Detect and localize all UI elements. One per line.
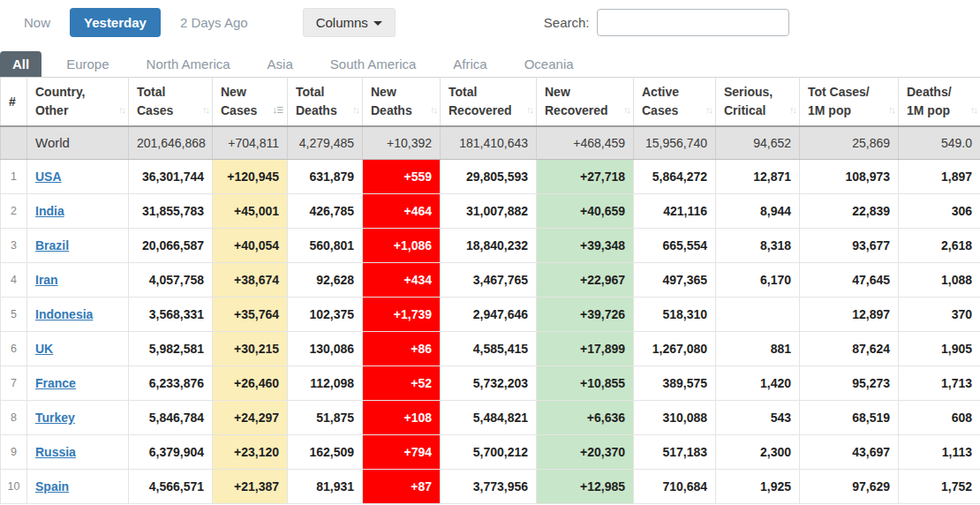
cell-cases_per_1m: 87,624 (800, 332, 899, 366)
table-row: 3Brazil20,066,587+40,054560,801+1,08618,… (1, 229, 980, 263)
cell-country: Iran (27, 263, 129, 298)
cell-active_cases: 497,365 (634, 263, 716, 298)
cell-rank: 1 (1, 160, 27, 194)
tab-north-america[interactable]: North America (134, 51, 243, 77)
cell-new_cases: +30,215 (213, 332, 288, 366)
cell-serious_critical: 12,871 (716, 160, 800, 194)
cell-total_deaths: 631,879 (288, 160, 363, 194)
column-header-active_cases[interactable]: ActiveCases↑↓ (634, 78, 716, 126)
cell-new_deaths: +1,086 (363, 229, 441, 263)
cell-new_cases: +21,387 (213, 470, 288, 504)
cell-cases_per_1m: 108,973 (800, 160, 899, 194)
cell-deaths_per_1m: 2,618 (899, 229, 980, 263)
country-link[interactable]: Iran (35, 273, 58, 287)
cell-cases_per_1m: 95,273 (800, 366, 899, 401)
cell-new_deaths: +434 (363, 263, 441, 298)
cell-new_cases: +120,945 (213, 160, 288, 194)
table-row: 5Indonesia3,568,331+35,764102,375+1,7392… (1, 298, 980, 332)
cell-total_recovered: 181,410,643 (441, 126, 537, 160)
caret-down-icon (373, 21, 382, 26)
country-link[interactable]: UK (35, 342, 53, 356)
cell-country: India (27, 194, 129, 229)
cell-serious_critical: 2,300 (716, 435, 800, 470)
cell-new_recovered: +39,726 (537, 298, 634, 332)
cell-active_cases: 517,183 (634, 435, 716, 470)
cell-rank (1, 126, 27, 160)
yesterday-button[interactable]: Yesterday (70, 8, 161, 37)
column-header-cases_per_1m[interactable]: Tot Cases/1M pop↑↓ (800, 78, 899, 126)
cell-country: Russia (27, 435, 129, 470)
cell-new_deaths: +86 (363, 332, 441, 366)
column-header-serious_critical[interactable]: Serious,Critical↑↓ (716, 78, 800, 126)
now-button[interactable]: Now (13, 9, 61, 36)
table-header: #Country,Other↑↓TotalCases↑↓NewCases↓☰To… (1, 78, 980, 126)
search-input[interactable] (597, 9, 789, 36)
country-link[interactable]: France (35, 376, 76, 390)
cell-cases_per_1m: 22,839 (800, 194, 899, 229)
sort-icon: ↑↓ (705, 103, 712, 117)
cell-deaths_per_1m: 608 (899, 401, 980, 435)
tab-europe[interactable]: Europe (54, 51, 121, 77)
cell-new_cases: +38,674 (213, 263, 288, 298)
table-row: 2India31,855,783+45,001426,785+46431,007… (1, 194, 980, 229)
country-link[interactable]: Spain (35, 479, 69, 494)
cell-total_cases: 6,233,876 (129, 366, 213, 401)
cell-new_deaths: +52 (363, 366, 441, 401)
cell-new_cases: +26,460 (213, 366, 288, 401)
cell-cases_per_1m: 47,645 (800, 263, 899, 298)
cell-new_deaths: +464 (363, 194, 441, 229)
tab-asia[interactable]: Asia (255, 51, 305, 77)
country-link[interactable]: Turkey (35, 411, 75, 425)
cell-deaths_per_1m: 1,088 (899, 263, 980, 298)
sort-icon: ↑↓ (526, 103, 532, 117)
cell-serious_critical (716, 298, 800, 332)
cell-serious_critical: 881 (716, 332, 800, 366)
column-header-deaths_per_1m[interactable]: Deaths/1M pop↑↓ (899, 78, 980, 126)
cell-serious_critical: 543 (716, 401, 800, 435)
cell-country: USA (27, 160, 129, 194)
column-header-country[interactable]: Country,Other↑↓ (27, 78, 129, 126)
sort-icon: ↑↓ (623, 103, 629, 117)
cell-country: Spain (27, 470, 129, 504)
cell-new_deaths: +794 (363, 435, 441, 470)
cell-active_cases: 1,267,080 (634, 332, 716, 366)
table-row: 4Iran4,057,758+38,67492,628+4343,467,765… (1, 263, 980, 298)
column-header-new_recovered[interactable]: NewRecovered↑↓ (537, 78, 634, 126)
cell-total_deaths: 51,875 (288, 401, 363, 435)
country-link[interactable]: Indonesia (35, 307, 93, 321)
tab-africa[interactable]: Africa (441, 51, 499, 77)
sort-icon: ↑↓ (430, 103, 436, 117)
column-header-total_deaths[interactable]: TotalDeaths↑↓ (288, 78, 363, 126)
cell-total_cases: 31,855,783 (129, 194, 213, 229)
sort-icon: ↑↓ (118, 103, 124, 117)
cell-cases_per_1m: 12,897 (800, 298, 899, 332)
country-link[interactable]: India (35, 204, 64, 218)
table-row: 9Russia6,379,904+23,120162,509+7945,700,… (1, 435, 980, 470)
country-link[interactable]: Russia (35, 445, 76, 459)
cell-cases_per_1m: 25,869 (800, 126, 899, 160)
cell-active_cases: 15,956,740 (634, 126, 716, 160)
cell-total_cases: 201,646,868 (129, 126, 213, 160)
cell-total_deaths: 426,785 (288, 194, 363, 229)
sort-icon: ↑↓ (202, 103, 208, 117)
columns-dropdown-button[interactable]: Columns (303, 8, 396, 37)
column-header-total_recovered[interactable]: TotalRecovered↑↓ (441, 78, 537, 126)
tab-all[interactable]: All (0, 51, 41, 77)
sort-icon: ↑↓ (789, 103, 795, 117)
cell-cases_per_1m: 43,697 (800, 435, 899, 470)
cell-serious_critical: 8,318 (716, 229, 800, 263)
two-days-ago-button[interactable]: 2 Days Ago (170, 9, 259, 36)
cell-deaths_per_1m: 306 (899, 194, 980, 229)
column-header-new_cases[interactable]: NewCases↓☰ (213, 78, 288, 126)
cell-new_recovered: +39,348 (537, 229, 634, 263)
tab-south-america[interactable]: South America (318, 51, 429, 77)
tab-oceania[interactable]: Oceania (512, 51, 586, 77)
column-header-total_cases[interactable]: TotalCases↑↓ (129, 78, 213, 126)
country-link[interactable]: USA (35, 170, 62, 184)
country-link[interactable]: Brazil (35, 238, 69, 253)
cell-new_recovered: +468,459 (537, 126, 634, 160)
table-row: 1USA36,301,744+120,945631,879+55929,805,… (1, 160, 980, 194)
sort-icon: ↑↓ (888, 103, 894, 117)
cell-total_recovered: 3,773,956 (441, 470, 537, 504)
column-header-new_deaths[interactable]: NewDeaths↑↓ (363, 78, 441, 126)
